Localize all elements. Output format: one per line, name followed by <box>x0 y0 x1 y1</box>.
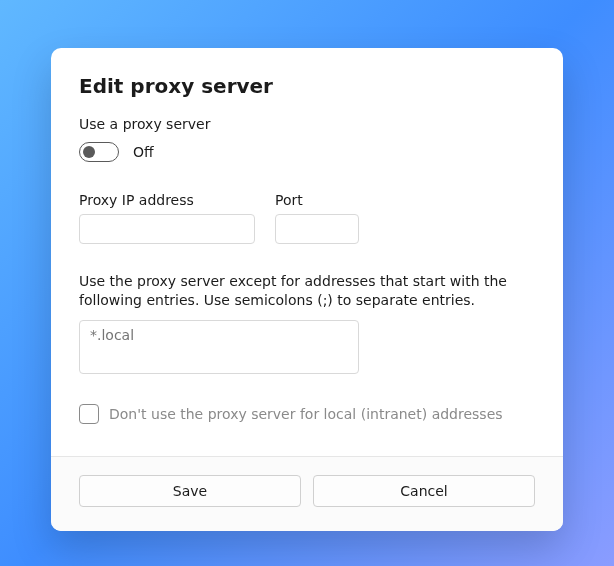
dialog-footer: Save Cancel <box>51 457 563 531</box>
local-bypass-label: Don't use the proxy server for local (in… <box>109 406 503 422</box>
exceptions-description: Use the proxy server except for addresse… <box>79 272 535 310</box>
toggle-row: Off <box>79 142 535 162</box>
dialog-title: Edit proxy server <box>79 74 535 98</box>
use-proxy-toggle[interactable] <box>79 142 119 162</box>
cancel-button[interactable]: Cancel <box>313 475 535 507</box>
local-bypass-checkbox[interactable] <box>79 404 99 424</box>
toggle-state-text: Off <box>133 144 154 160</box>
dialog-body: Edit proxy server Use a proxy server Off… <box>51 48 563 456</box>
use-proxy-label: Use a proxy server <box>79 116 535 132</box>
exceptions-textarea[interactable] <box>79 320 359 374</box>
port-field: Port <box>275 192 359 244</box>
port-input[interactable] <box>275 214 359 244</box>
address-port-row: Proxy IP address Port <box>79 192 535 244</box>
edit-proxy-dialog: Edit proxy server Use a proxy server Off… <box>51 48 563 531</box>
proxy-ip-input[interactable] <box>79 214 255 244</box>
proxy-ip-label: Proxy IP address <box>79 192 255 208</box>
save-button[interactable]: Save <box>79 475 301 507</box>
port-label: Port <box>275 192 359 208</box>
proxy-ip-field: Proxy IP address <box>79 192 255 244</box>
local-bypass-row: Don't use the proxy server for local (in… <box>79 404 535 424</box>
toggle-knob <box>83 146 95 158</box>
